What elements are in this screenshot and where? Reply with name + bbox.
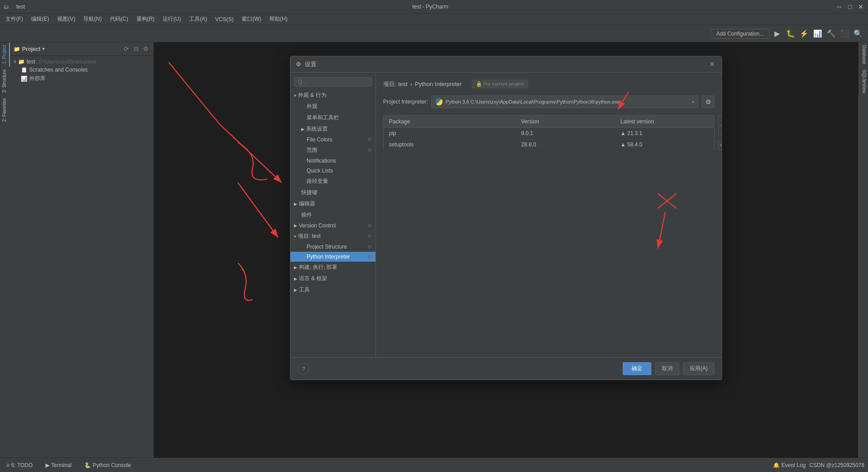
menu-edit[interactable]: 编辑(E) [27, 14, 53, 24]
tree-root[interactable]: ▾ 📁 test D:\Users\zxy\Desktop\test [10, 58, 154, 66]
title-bar-title: test - PyCharm [412, 4, 448, 10]
project-panel-actions: ⟳ ⊟ ⚙ [122, 45, 150, 53]
settings-search-input[interactable] [294, 77, 372, 87]
expand-triangle-icon-vcs: ▶ [294, 223, 297, 228]
structure-tab[interactable]: 2: Structure [0, 67, 10, 95]
nav-item-scope[interactable]: 范围 ⚙ [290, 145, 375, 156]
breadcrumb-separator: › [410, 81, 412, 87]
project-panel-title: 📁 Project ▾ [14, 46, 45, 52]
expand-icon: ▾ [14, 59, 16, 65]
nav-group-editor[interactable]: ▶ 编辑器 [290, 198, 375, 209]
expand-triangle-icon-tools: ▶ [294, 288, 297, 292]
toolbar-right-group: Add Configuration... ▶ 🐛 ⚡ 📊 🔨 ⬛ 🔍 [710, 27, 864, 40]
terminal-tab[interactable]: ▶ Terminal [43, 461, 74, 469]
dialog-close-button[interactable]: ✕ [707, 60, 716, 69]
nav-group-appearance[interactable]: ▾ 外观 & 行为 [290, 90, 375, 101]
nav-path-vars-label: 路径变量 [307, 177, 328, 185]
view-package-button[interactable]: 👁 [718, 141, 722, 150]
chevron-down-icon: ▾ [42, 46, 45, 51]
event-log-link[interactable]: 🔔 Event Log [773, 462, 805, 468]
nav-item-project-structure[interactable]: Project Structure ⚙ [290, 242, 375, 252]
nav-item-quick-lists[interactable]: Quick Lists [290, 166, 375, 176]
nav-item-plugins[interactable]: 插件 [290, 209, 375, 221]
nav-vcs-label: Version Control [299, 222, 336, 229]
help-button[interactable]: ? [298, 363, 309, 375]
for-current-project-badge[interactable]: 🔒 For current project [472, 80, 528, 88]
menu-refactor[interactable]: 重构(R) [133, 14, 158, 24]
interpreter-label: Project Interpreter: [383, 99, 428, 105]
table-header-row: Package Version Latest version [384, 116, 714, 128]
nav-group-lang[interactable]: ▶ 语言 & 框架 [290, 273, 375, 284]
nav-group-vcs[interactable]: ▶ Version Control ⚙ [290, 221, 375, 231]
cancel-button[interactable]: 取消 [655, 362, 679, 375]
nav-group-system[interactable]: ▶ 系统设置 [290, 123, 375, 135]
menu-code[interactable]: 代码(C) [106, 14, 132, 24]
run-button[interactable]: ▶ [771, 27, 783, 40]
search-everywhere-button[interactable]: 🔍 [852, 27, 864, 40]
ok-button[interactable]: 确定 [623, 362, 651, 375]
nav-project-structure-icon: ⚙ [367, 244, 372, 250]
app-icon: 🗂 [4, 4, 9, 10]
debug-button[interactable]: 🐛 [784, 27, 797, 40]
menu-tools[interactable]: 工具(A) [185, 14, 211, 24]
profile-button[interactable]: 📊 [811, 27, 824, 40]
collapse-button[interactable]: ⊟ [132, 45, 140, 53]
close-window-button[interactable]: ✕ [857, 3, 864, 10]
interpreter-select[interactable]: Python 3.6 C:\Users\zxy\AppData\Local\Pr… [431, 95, 698, 108]
add-configuration-button[interactable]: Add Configuration... [710, 29, 770, 39]
nav-item-keymap[interactable]: 快捷键 [290, 187, 375, 198]
expand-triangle-icon-project: ▾ [294, 234, 296, 239]
lib-icon: 📊 [21, 76, 27, 82]
nav-group-tools[interactable]: ▶ 工具 [290, 284, 375, 295]
python-icon [435, 98, 443, 105]
table-row[interactable]: setuptools 28.8.0 ▲ 58.4.0 [384, 139, 714, 150]
col-package: Package [384, 116, 516, 128]
apply-button[interactable]: 应用(A) [683, 362, 714, 375]
nav-item-appearance[interactable]: 外观 [290, 101, 375, 112]
nav-scope-label: 范围 [307, 146, 317, 154]
external-libs-item[interactable]: 📊 外部库 [17, 74, 154, 83]
project-tab[interactable]: 1: Project [0, 42, 10, 67]
menu-navigate[interactable]: 导航(N) [80, 14, 105, 24]
stop-button[interactable]: ⬛ [838, 27, 851, 40]
nav-group-project[interactable]: ▾ 项目: test ⚙ [290, 231, 375, 242]
scratches-label: Scratches and Consoles [29, 67, 88, 73]
nav-item-file-colors[interactable]: File Colors ⚙ [290, 135, 375, 145]
menu-file[interactable]: 文件(F) [2, 14, 27, 24]
minimize-button[interactable]: ─ [836, 3, 843, 10]
nav-system-label: 系统设置 [306, 125, 328, 133]
database-tab[interactable]: Database [858, 42, 868, 67]
menu-vcs[interactable]: VCS(S) [212, 15, 237, 23]
nav-item-python-interpreter[interactable]: Python Interpreter ⚙ [290, 252, 375, 262]
menu-window[interactable]: 窗口(W) [238, 14, 265, 24]
maximize-button[interactable]: □ [846, 3, 854, 10]
todo-tab[interactable]: ≡ 6: TODO [4, 461, 36, 469]
coverage-button[interactable]: ⚡ [798, 27, 810, 40]
package-version-pip: 9.0.1 [516, 128, 615, 139]
sqliteview-tab[interactable]: SQLiteView [858, 67, 868, 96]
remove-package-button[interactable]: − [718, 126, 722, 136]
build-button[interactable]: 🔨 [825, 27, 837, 40]
nav-item-notifications[interactable]: Notifications [290, 156, 375, 166]
todo-icon: ≡ [6, 462, 9, 468]
nav-item-menus[interactable]: 菜单和工具栏 [290, 112, 375, 123]
menu-run[interactable]: 运行(U) [159, 14, 185, 24]
nav-build-label: 构建, 执行, 部署 [299, 263, 337, 271]
sync-button[interactable]: ⟳ [122, 45, 130, 53]
toolbar: Add Configuration... ▶ 🐛 ⚡ 📊 🔨 ⬛ 🔍 [0, 25, 868, 42]
interpreter-settings-button[interactable]: ⚙ [702, 95, 714, 108]
title-bar: 🗂 test test - PyCharm ─ □ ✕ [0, 0, 868, 14]
settings-panel-button[interactable]: ⚙ [142, 45, 150, 53]
menu-view[interactable]: 视图(V) [54, 14, 79, 24]
nav-item-path-vars[interactable]: 路径变量 [290, 176, 375, 187]
add-package-button[interactable]: + [718, 115, 722, 125]
favorites-tab[interactable]: 2: Favorites [0, 95, 10, 124]
expand-triangle-icon-editor: ▶ [294, 202, 297, 206]
menu-help[interactable]: 帮助(H) [266, 14, 291, 24]
python-console-tab[interactable]: 🐍 Python Console [81, 461, 134, 469]
table-row[interactable]: pip 9.0.1 ▲ 21.3.1 [384, 128, 714, 139]
breadcrumb-current: Python Interpreter [415, 81, 462, 87]
scratches-item[interactable]: 📋 Scratches and Consoles [17, 66, 154, 74]
project-panel: 📁 Project ▾ ⟳ ⊟ ⚙ ▾ 📁 test D:\Users\zxy\… [10, 42, 154, 458]
nav-group-build[interactable]: ▶ 构建, 执行, 部署 [290, 262, 375, 273]
